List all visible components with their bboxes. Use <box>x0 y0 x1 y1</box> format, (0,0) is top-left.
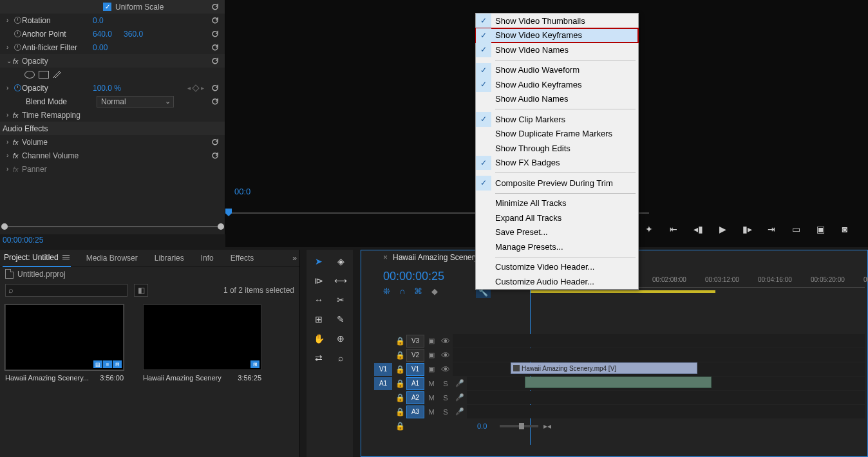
tabs-overflow-icon[interactable]: » <box>292 254 297 263</box>
menu-item[interactable]: ✓Show Clip Markers <box>476 112 638 127</box>
zoom-value[interactable]: 0.0 <box>477 422 487 430</box>
mute-icon[interactable]: M <box>424 380 439 387</box>
rotation-value[interactable]: 0.0 <box>93 16 104 25</box>
marker-icon[interactable]: ◆ <box>431 286 438 296</box>
solo-icon[interactable]: S <box>439 380 453 387</box>
lock-icon[interactable]: 🔒 <box>393 393 406 402</box>
eye-icon[interactable]: 👁 <box>439 350 453 360</box>
play-icon[interactable]: ▶ <box>716 224 729 234</box>
tab-info[interactable]: Info <box>200 250 215 266</box>
bin-item[interactable]: ▤≡⊟ Hawaii Amazing Scenery...3:56:00 <box>5 304 131 382</box>
mute-icon[interactable]: M <box>424 408 439 416</box>
menu-item[interactable]: ✓Manage Presets... <box>476 239 638 254</box>
menu-item[interactable]: ✓Customize Audio Header... <box>476 274 638 289</box>
audio-clip[interactable] <box>525 377 712 388</box>
menu-item[interactable]: ✓Show Duplicate Frame Markers <box>476 127 638 142</box>
video-clip[interactable]: Hawaii Amazing Scenery.mp4 [V] <box>511 362 697 374</box>
panner-header[interactable]: ›fxPanner <box>0 162 225 176</box>
anchor-x[interactable]: 640.0 <box>93 30 112 39</box>
rate-stretch-icon[interactable]: ↔ <box>312 294 325 306</box>
ellipse-mask-icon[interactable] <box>24 71 35 79</box>
checkbox-icon[interactable]: ✓ <box>103 3 111 11</box>
tab-libraries[interactable]: Libraries <box>153 250 185 266</box>
opacity-header[interactable]: ⌄ fx Opacity <box>0 54 225 68</box>
source-patch-a1[interactable]: A1 <box>374 377 392 390</box>
hand-tool-icon[interactable]: ✋ <box>312 332 325 345</box>
menu-item[interactable]: ✓Customize Video Header... <box>476 260 638 275</box>
snap-icon[interactable]: ∩ <box>399 286 405 296</box>
reset-icon[interactable] <box>211 138 220 147</box>
menu-item[interactable]: ✓Composite Preview During Trim <box>476 176 638 191</box>
toggle-output-icon[interactable]: ▣ <box>424 351 439 359</box>
add-marker-icon[interactable]: ✦ <box>643 224 656 234</box>
reset-icon[interactable] <box>211 151 220 160</box>
solo-icon[interactable]: S <box>439 408 453 416</box>
bin-item[interactable]: ⊞ Hawaii Amazing Scenery3:56:25 <box>143 304 269 382</box>
sequence-tab[interactable]: × Hawaii Amazing Scenery <box>383 253 478 262</box>
timeline-timecode[interactable]: 00:00:00:25 <box>383 270 444 283</box>
ripple-edit-icon[interactable]: ⧐ <box>312 274 325 287</box>
selection-tool-icon[interactable]: ➤ <box>312 255 325 268</box>
menu-item[interactable]: ✓Minimize All Tracks <box>476 196 638 211</box>
lock-icon[interactable]: 🔒 <box>393 407 406 416</box>
toggle-output-icon[interactable]: ▣ <box>424 337 439 345</box>
lock-icon[interactable]: 🔒 <box>393 365 406 374</box>
effect-timeline-scrubber[interactable] <box>0 222 225 231</box>
end-icon[interactable]: ▸◂ <box>543 422 551 431</box>
track-select-icon[interactable]: ◈ <box>334 255 347 268</box>
menu-item[interactable]: ✓Show Audio Waveform <box>476 63 638 78</box>
mute-icon[interactable]: M <box>424 394 439 402</box>
clip-thumbnail[interactable]: ▤≡⊟ <box>5 304 124 370</box>
time-remap-header[interactable]: › fx Time Remapping <box>0 108 225 122</box>
chevron-right-icon[interactable]: › <box>6 84 13 91</box>
work-area-bar[interactable] <box>530 290 715 293</box>
reset-icon[interactable] <box>211 84 220 93</box>
reset-icon[interactable] <box>211 16 220 25</box>
chevron-right-icon[interactable]: › <box>6 44 13 51</box>
menu-item[interactable]: ✓Show Through Edits <box>476 141 638 156</box>
lift-icon[interactable]: ▭ <box>789 224 802 234</box>
camera-icon[interactable]: ◙ <box>838 224 851 234</box>
lock-icon[interactable]: 🔒 <box>393 422 406 431</box>
eye-icon[interactable]: 👁 <box>439 364 453 375</box>
stopwatch-icon[interactable] <box>13 30 22 37</box>
lock-icon[interactable]: 🔒 <box>393 379 406 388</box>
type-tool-icon[interactable]: ⊕ <box>334 332 347 345</box>
anchor-y[interactable]: 360.0 <box>124 30 143 39</box>
chevron-right-icon[interactable]: › <box>6 17 13 24</box>
opacity-value[interactable]: 100.0 % <box>93 84 121 93</box>
mic-icon[interactable]: 🎤 <box>453 379 467 387</box>
menu-item[interactable]: ✓Show Audio Keyframes <box>476 77 638 92</box>
menu-item[interactable]: ✓Show Video Thumbnails <box>476 14 638 28</box>
search-input[interactable] <box>5 284 127 297</box>
lock-icon[interactable]: 🔒 <box>393 337 406 346</box>
channel-volume-header[interactable]: ›fxChannel Volume <box>0 149 225 162</box>
stopwatch-icon[interactable] <box>13 44 22 51</box>
menu-item[interactable]: ✓Show FX Badges <box>476 156 638 171</box>
mic-icon[interactable]: 🎤 <box>453 407 467 416</box>
reset-icon[interactable] <box>211 97 220 106</box>
lock-icon[interactable]: 🔒 <box>393 351 406 360</box>
menu-item[interactable]: ✓Show Video Names <box>476 42 638 57</box>
mark-out-icon[interactable]: ⇥ <box>765 224 778 234</box>
razor-tool-icon[interactable]: ✂ <box>334 294 347 306</box>
blend-mode-select[interactable]: Normal <box>97 96 174 107</box>
step-fwd-icon[interactable]: ▮▸ <box>741 224 753 234</box>
filter-bin-icon[interactable]: ◧ <box>134 284 148 297</box>
reset-icon[interactable] <box>211 30 220 39</box>
keyframe-nav[interactable]: ◂ ▸ <box>187 84 204 91</box>
extract-icon[interactable]: ▣ <box>814 224 827 234</box>
menu-item[interactable]: ✓Show Audio Names <box>476 92 638 107</box>
close-icon[interactable]: × <box>383 253 388 262</box>
eye-icon[interactable]: 👁 <box>439 336 453 346</box>
tab-media-browser[interactable]: Media Browser <box>85 250 139 266</box>
reset-icon[interactable] <box>211 3 220 12</box>
antiflicker-value[interactable]: 0.00 <box>93 43 108 52</box>
mic-icon[interactable]: 🎤 <box>453 393 467 402</box>
rolling-edit-icon[interactable]: ⟷ <box>334 274 347 287</box>
stopwatch-icon[interactable] <box>13 84 22 91</box>
source-patch-v1[interactable]: V1 <box>374 363 392 376</box>
reset-icon[interactable] <box>211 43 220 52</box>
stopwatch-icon[interactable] <box>13 17 22 24</box>
nest-icon[interactable]: ❊ <box>383 286 390 296</box>
